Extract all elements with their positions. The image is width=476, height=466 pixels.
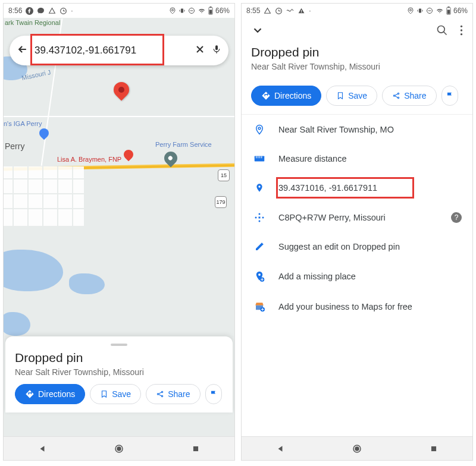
clock-text: 8:56 <box>8 7 22 15</box>
svg-point-35 <box>262 217 264 219</box>
phone-right: 8:55 · 66% Dropped pin Near Salt River T… <box>241 3 473 461</box>
home-nav-button[interactable] <box>114 443 124 454</box>
share-button[interactable]: Share <box>146 384 200 404</box>
row-missing[interactable]: Add a missing place <box>242 261 472 292</box>
back-nav-button[interactable] <box>37 443 48 454</box>
flag-button[interactable] <box>205 384 222 404</box>
collapse-icon[interactable] <box>251 24 264 39</box>
directions-button[interactable]: Directions <box>15 384 85 404</box>
directions-icon <box>25 389 35 399</box>
svg-point-28 <box>394 95 395 96</box>
bottom-sheet[interactable]: Dropped pin Near Salt River Township, Mi… <box>5 336 233 413</box>
pluscode-icon <box>253 212 265 223</box>
row-pluscode[interactable]: C8PQ+R7W Perry, Missouri ? <box>242 203 472 232</box>
detail-title-block: Dropped pin Near Salt River Township, Mi… <box>242 43 472 86</box>
recents-nav-button[interactable] <box>190 443 201 454</box>
back-icon[interactable] <box>17 43 29 58</box>
svg-point-37 <box>259 221 261 222</box>
save-button[interactable]: Save <box>326 86 377 106</box>
back-nav-button[interactable] <box>275 443 286 454</box>
directions-icon <box>261 91 271 100</box>
svg-point-30 <box>398 97 399 98</box>
search-icon[interactable] <box>436 24 448 39</box>
dot-icon: · <box>71 7 73 15</box>
vibrate-icon <box>178 7 186 14</box>
battery-icon <box>208 7 213 15</box>
svg-rect-38 <box>259 217 261 219</box>
poi-lisa[interactable]: Lisa A. Braymen, FNP <box>57 156 121 163</box>
google-icon <box>275 7 283 15</box>
search-bar <box>10 36 228 65</box>
status-bar: 8:55 · 66% <box>242 4 472 18</box>
share-label: Share <box>404 91 426 100</box>
poi-farm-label: Perry Farm Service <box>155 141 212 148</box>
svg-point-33 <box>258 185 260 187</box>
svg-rect-14 <box>193 446 198 451</box>
more-icon[interactable] <box>460 24 463 39</box>
bookmark-icon <box>100 390 108 398</box>
svg-point-9 <box>158 393 159 395</box>
row-measure[interactable]: Measure distance <box>242 144 472 173</box>
map-canvas[interactable]: 15 179 ark Twain Regional Missouri J Per… <box>4 18 234 436</box>
google-icon <box>60 7 67 15</box>
flag-icon <box>209 390 218 398</box>
save-button[interactable]: Save <box>90 384 141 404</box>
share-label: Share <box>168 389 190 399</box>
share-icon <box>156 390 164 398</box>
row-near[interactable]: Near Salt River Township, MO <box>242 115 472 144</box>
drag-handle[interactable] <box>111 344 127 346</box>
search-input[interactable] <box>35 45 188 56</box>
row-suggest[interactable]: Suggest an edit on Dropped pin <box>242 232 472 261</box>
home-nav-button[interactable] <box>352 443 362 454</box>
wifi-icon <box>436 7 444 14</box>
detail-header <box>242 18 472 43</box>
poi-iga[interactable]: n's IGA Perry <box>4 120 49 139</box>
svg-rect-3 <box>181 9 183 13</box>
svg-point-2 <box>171 10 173 11</box>
flag-button[interactable] <box>441 86 458 106</box>
action-row: Directions Save Share <box>242 86 472 114</box>
save-label: Save <box>348 91 367 100</box>
town-label: Perry <box>5 141 24 151</box>
svg-rect-17 <box>301 12 302 12</box>
share-button[interactable]: Share <box>382 86 436 106</box>
messenger-icon <box>37 7 45 15</box>
help-icon[interactable]: ? <box>451 212 462 223</box>
row-pluscode-text: C8PQ+R7W Perry, Missouri <box>278 213 386 222</box>
row-business[interactable]: Add your business to Maps for free <box>242 292 472 322</box>
triangle-icon <box>48 7 56 15</box>
svg-rect-19 <box>419 9 421 13</box>
status-bar: 8:56 · 66% <box>4 4 234 18</box>
svg-point-36 <box>259 213 261 215</box>
recents-nav-button[interactable] <box>428 443 439 454</box>
row-suggest-text: Suggest an edit on Dropped pin <box>278 242 400 251</box>
action-row: Directions Save Share <box>15 384 223 404</box>
android-navbar <box>242 436 472 460</box>
mic-icon[interactable] <box>212 43 221 58</box>
wave-icon <box>286 8 294 14</box>
svg-rect-45 <box>431 446 436 451</box>
highlight-box-coords <box>276 177 414 199</box>
facebook-icon <box>26 7 33 15</box>
row-coords[interactable]: 39.4371016, -91.6617911 <box>242 173 472 203</box>
dnd-icon <box>188 7 195 14</box>
flag-icon <box>446 92 454 100</box>
ruler-icon <box>253 155 265 162</box>
dnd-icon <box>426 7 433 14</box>
clear-icon[interactable] <box>194 43 206 58</box>
svg-point-34 <box>255 217 257 219</box>
location-icon <box>407 7 414 14</box>
store-icon <box>253 301 265 312</box>
svg-point-13 <box>117 447 121 451</box>
poi-farm[interactable]: Perry Farm Service <box>155 141 212 148</box>
directions-button[interactable]: Directions <box>251 86 321 106</box>
clock-text: 8:55 <box>246 7 260 15</box>
row-business-text: Add your business to Maps for free <box>278 302 412 311</box>
pin-solid-icon <box>253 182 265 193</box>
svg-point-27 <box>461 33 462 35</box>
svg-point-25 <box>461 26 462 27</box>
pin-outline-icon <box>253 124 265 135</box>
directions-label: Directions <box>274 91 311 100</box>
detail-list[interactable]: Near Salt River Township, MO Measure dis… <box>242 114 472 436</box>
svg-rect-7 <box>209 10 212 14</box>
